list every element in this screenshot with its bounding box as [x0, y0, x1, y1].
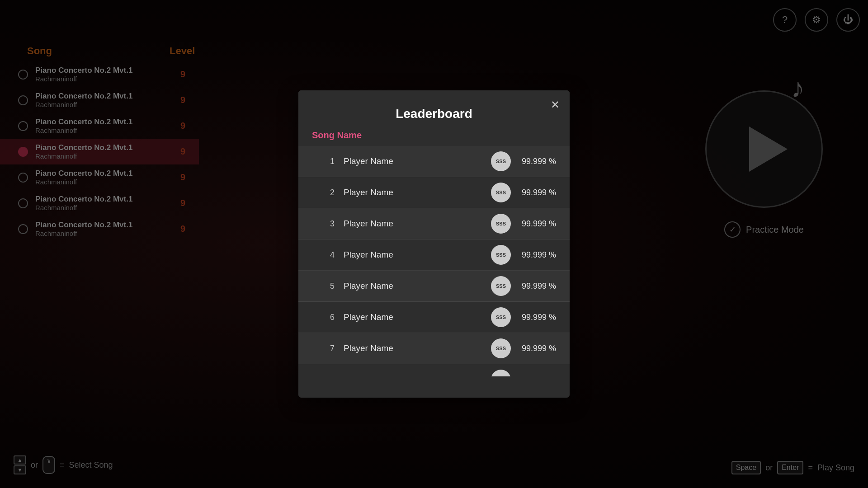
- leaderboard-scroll-area[interactable]: 1 Player Name SSS 99.999 % 2 Player Name…: [298, 146, 570, 376]
- leaderboard-row: 2 Player Name SSS 99.999 %: [298, 177, 570, 208]
- sss-badge: SSS: [491, 276, 511, 296]
- leaderboard-modal: Leaderboard Song Name ✕ 1 Player Name SS…: [298, 90, 570, 398]
- leaderboard-row: 8 Player Name SSS 99.999 %: [298, 364, 570, 376]
- modal-song-name: Song Name: [298, 127, 570, 146]
- lb-score-area: SSS 99.999 %: [491, 183, 556, 202]
- modal-header: Leaderboard: [298, 90, 570, 127]
- sss-badge: SSS: [491, 370, 511, 376]
- sss-badge: SSS: [491, 245, 511, 265]
- modal-title: Leaderboard: [312, 99, 556, 127]
- lb-percent: 99.999 %: [515, 157, 556, 166]
- sss-badge: SSS: [491, 307, 511, 327]
- lb-percent: 99.999 %: [515, 282, 556, 291]
- leaderboard-row: 5 Player Name SSS 99.999 %: [298, 271, 570, 302]
- lb-rank: 5: [312, 282, 335, 291]
- lb-rank: 2: [312, 188, 335, 197]
- lb-player-name: Player Name: [344, 312, 491, 322]
- sss-badge: SSS: [491, 338, 511, 358]
- lb-percent: 99.999 %: [515, 375, 556, 377]
- lb-player-name: Player Name: [344, 156, 491, 166]
- lb-player-name: Player Name: [344, 375, 491, 376]
- sss-badge: SSS: [491, 214, 511, 234]
- lb-percent: 99.999 %: [515, 188, 556, 197]
- sss-badge: SSS: [491, 151, 511, 171]
- leaderboard-row: 1 Player Name SSS 99.999 %: [298, 146, 570, 177]
- lb-rank: 3: [312, 219, 335, 229]
- lb-score-area: SSS 99.999 %: [491, 245, 556, 265]
- lb-player-name: Player Name: [344, 250, 491, 260]
- lb-rank: 8: [312, 375, 335, 377]
- lb-player-name: Player Name: [344, 281, 491, 291]
- lb-percent: 99.999 %: [515, 344, 556, 353]
- leaderboard-row: 4 Player Name SSS 99.999 %: [298, 239, 570, 271]
- lb-percent: 99.999 %: [515, 250, 556, 260]
- leaderboard-row: 3 Player Name SSS 99.999 %: [298, 208, 570, 239]
- lb-rank: 4: [312, 250, 335, 260]
- modal-overlay: Leaderboard Song Name ✕ 1 Player Name SS…: [0, 0, 868, 488]
- leaderboard-row: 7 Player Name SSS 99.999 %: [298, 333, 570, 364]
- lb-score-area: SSS 99.999 %: [491, 214, 556, 234]
- lb-percent: 99.999 %: [515, 313, 556, 322]
- lb-rank: 7: [312, 344, 335, 353]
- leaderboard-entries: 1 Player Name SSS 99.999 % 2 Player Name…: [298, 146, 570, 376]
- lb-score-area: SSS 99.999 %: [491, 151, 556, 171]
- lb-player-name: Player Name: [344, 343, 491, 353]
- lb-score-area: SSS 99.999 %: [491, 370, 556, 376]
- lb-rank: 1: [312, 157, 335, 166]
- sss-badge: SSS: [491, 183, 511, 202]
- lb-percent: 99.999 %: [515, 219, 556, 229]
- lb-score-area: SSS 99.999 %: [491, 338, 556, 358]
- modal-close-button[interactable]: ✕: [547, 97, 563, 113]
- lb-score-area: SSS 99.999 %: [491, 276, 556, 296]
- lb-score-area: SSS 99.999 %: [491, 307, 556, 327]
- lb-player-name: Player Name: [344, 219, 491, 229]
- lb-rank: 6: [312, 313, 335, 322]
- leaderboard-row: 6 Player Name SSS 99.999 %: [298, 302, 570, 333]
- lb-player-name: Player Name: [344, 188, 491, 197]
